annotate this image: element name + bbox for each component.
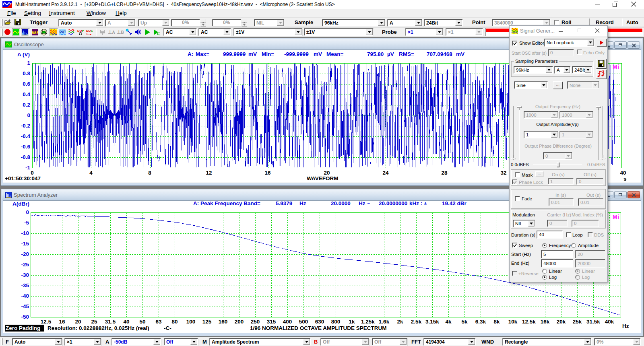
svg-text:DD: DD: [86, 29, 91, 33]
svg-text:DD: DD: [77, 29, 82, 33]
svg-text:DUT: DUT: [60, 30, 66, 33]
svg-text:C: C: [91, 29, 93, 33]
svg-text:P: P: [82, 29, 84, 33]
svg-text:888: 888: [32, 31, 38, 35]
